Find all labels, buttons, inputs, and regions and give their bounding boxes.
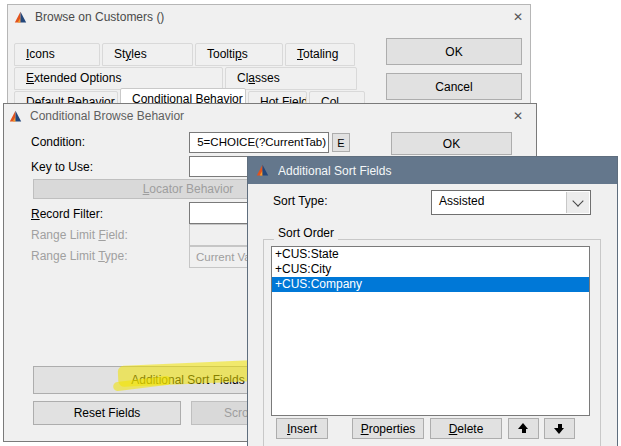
cancel-button[interactable]: Cancel xyxy=(386,73,522,100)
close-icon[interactable]: ✕ xyxy=(508,8,528,26)
move-up-button[interactable] xyxy=(508,418,539,439)
reset-fields-button[interactable]: Reset Fields xyxy=(33,401,181,425)
up-arrow-icon xyxy=(518,423,529,434)
ok-button[interactable]: OK xyxy=(391,132,512,155)
tab-icons[interactable]: Icons xyxy=(14,43,100,66)
sort-type-label: Sort Type: xyxy=(273,194,327,208)
browse-dialog-title: Browse on Customers () xyxy=(35,10,530,24)
additional-sort-fields-dialog: Additional Sort Fields Sort Type: Assist… xyxy=(247,156,618,446)
tab-extended-options[interactable]: Extended Options xyxy=(14,67,223,90)
key-to-use-label: Key to Use: xyxy=(31,160,93,174)
tab-classes[interactable]: Classes xyxy=(225,67,357,90)
record-filter-label: Record Filter: xyxy=(31,207,103,221)
range-limit-field-label: Range Limit Field: xyxy=(31,228,128,242)
sort-order-listbox[interactable]: +CUS:State+CUS:City+CUS:Company xyxy=(271,246,590,416)
insert-button[interactable]: Insert xyxy=(276,418,328,439)
expression-editor-button[interactable]: E xyxy=(332,133,350,152)
sort-order-group-label: Sort Order xyxy=(274,226,338,240)
chevron-down-icon xyxy=(572,195,583,206)
sort-dialog-titlebar[interactable]: Additional Sort Fields xyxy=(248,157,617,184)
dropdown-arrow-button[interactable] xyxy=(566,192,589,213)
list-item[interactable]: +CUS:City xyxy=(272,262,589,277)
range-limit-type-label: Range Limit Type: xyxy=(31,249,128,263)
move-down-button[interactable] xyxy=(544,418,575,439)
close-icon[interactable]: ✕ xyxy=(508,107,528,125)
conditional-dialog-title: Conditional Browse Behavior xyxy=(30,109,536,123)
properties-button[interactable]: Properties xyxy=(352,418,424,439)
sort-dialog-title: Additional Sort Fields xyxy=(278,164,617,178)
browse-tab-row-1: IconsStylesTooltipsTotaling xyxy=(14,43,355,66)
sort-type-value: Assisted xyxy=(439,194,484,208)
conditional-dialog-titlebar[interactable]: Conditional Browse Behavior xyxy=(4,104,536,128)
list-item[interactable]: +CUS:Company xyxy=(272,277,589,292)
condition-label: Condition: xyxy=(31,135,85,149)
sort-type-dropdown[interactable]: Assisted xyxy=(431,190,591,215)
browse-tab-row-2: Extended OptionsClasses xyxy=(14,67,357,90)
delete-button[interactable]: Delete xyxy=(430,418,502,439)
clarion-app-icon xyxy=(14,11,27,24)
tab-totaling[interactable]: Totaling xyxy=(285,43,355,66)
ok-button[interactable]: OK xyxy=(386,38,522,65)
tab-styles[interactable]: Styles xyxy=(102,43,193,66)
tab-tooltips[interactable]: Tooltips xyxy=(195,43,283,66)
list-item[interactable]: +CUS:State xyxy=(272,247,589,262)
down-arrow-icon xyxy=(554,423,565,434)
browse-dialog-titlebar[interactable]: Browse on Customers () xyxy=(8,5,530,29)
clarion-app-icon xyxy=(256,164,269,177)
clarion-app-icon xyxy=(9,110,22,123)
condition-input[interactable]: 5=CHOICE(?CurrentTab) xyxy=(189,132,329,153)
